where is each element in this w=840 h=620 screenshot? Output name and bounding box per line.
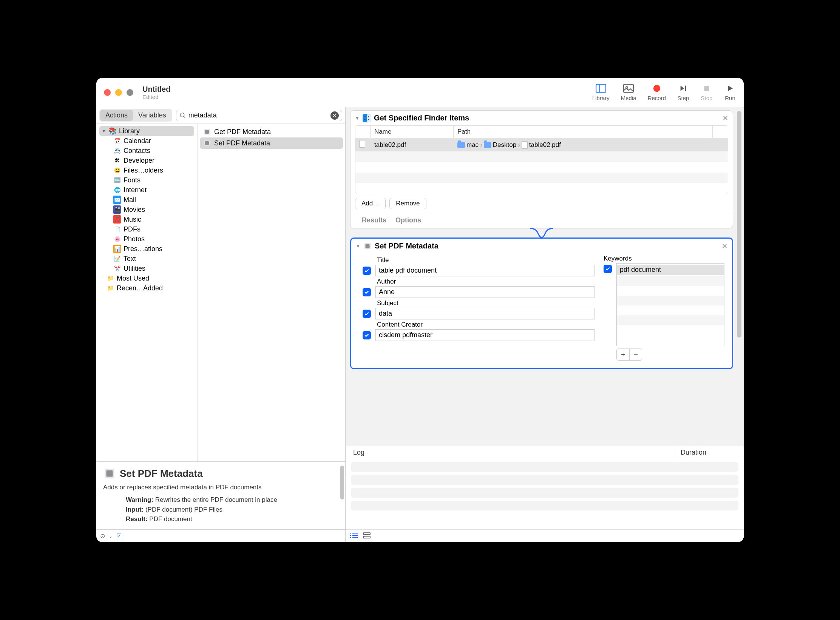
toolbar-record-button[interactable]: Record — [648, 83, 666, 101]
keywords-list[interactable]: pdf document — [616, 263, 724, 346]
keyword-remove-button[interactable]: − — [629, 349, 642, 361]
library-item-contacts[interactable]: 📇Contacts — [111, 146, 194, 156]
library-item-fonts[interactable]: 🔤Fonts — [111, 175, 194, 185]
title-input[interactable] — [375, 265, 594, 276]
library-root-label: Library — [119, 127, 140, 135]
log-area: Log Duration — [346, 446, 744, 542]
author-checkbox[interactable] — [363, 288, 371, 296]
minimize-window-button[interactable] — [115, 89, 122, 96]
disclosure-triangle-icon[interactable]: ▼ — [355, 116, 360, 121]
disclosure-triangle-icon[interactable]: ▼ — [102, 128, 106, 134]
library-item-pdfs[interactable]: 📄PDFs — [111, 224, 194, 234]
table-row[interactable]: table02.pdf mac› Desktop› table02.pdf — [355, 138, 728, 151]
subject-label: Subject — [377, 299, 594, 307]
description-summary: Adds or replaces specified metadata in P… — [103, 484, 338, 491]
zoom-window-button[interactable] — [127, 89, 133, 96]
category-icon: 📝 — [113, 254, 121, 263]
title-checkbox[interactable] — [363, 267, 371, 275]
svg-point-17 — [364, 116, 366, 117]
col-path[interactable]: Path — [454, 126, 713, 138]
tab-actions[interactable]: Actions — [100, 110, 133, 121]
search-clear-button[interactable]: ✕ — [330, 111, 339, 120]
category-icon: 📊 — [113, 245, 121, 253]
record-icon — [651, 83, 663, 93]
log-card-view-icon[interactable] — [363, 532, 371, 540]
library-tree[interactable]: ▼ 📚 Library 📅Calendar📇Contacts🛠Developer… — [96, 124, 198, 461]
library-item-utilities[interactable]: ✂️Utilities — [111, 264, 194, 273]
log-col-log[interactable]: Log — [353, 449, 676, 457]
category-icon: 📄 — [113, 225, 121, 233]
workflow-area[interactable]: ▼ Get Specified Finder Items ✕ Name Path — [346, 107, 744, 446]
keyword-item[interactable]: pdf document — [617, 265, 724, 275]
library-item-developer[interactable]: 🛠Developer — [111, 156, 194, 165]
log-toolbar — [346, 529, 744, 542]
description-title-row: Set PDF Metadata — [103, 467, 338, 480]
options-tab[interactable]: Options — [395, 216, 421, 224]
left-panel: Actions Variables ✕ ▼ 📚 Library — [96, 107, 346, 542]
metadata-right: Keywords pdf document + — [604, 255, 724, 361]
toolbar-step-button[interactable]: Step — [677, 83, 689, 101]
author-input[interactable] — [375, 286, 594, 298]
media-icon — [622, 83, 635, 93]
library-extra-recenadded[interactable]: 📁Recen…Added — [104, 283, 194, 293]
toolbar-stop-button[interactable]: Stop — [701, 83, 713, 101]
col-name[interactable]: Name — [371, 126, 454, 138]
keyword-add-button[interactable]: + — [616, 349, 629, 361]
pdf-action-icon — [203, 139, 211, 147]
library-item-presations[interactable]: 📊Pres…ations — [111, 244, 194, 254]
add-button[interactable]: Add… — [355, 198, 386, 209]
library-item-music[interactable]: 🎵Music — [111, 214, 194, 224]
library-item-filesolders[interactable]: 😀Files…olders — [111, 165, 194, 175]
library-root[interactable]: ▼ 📚 Library — [99, 126, 194, 136]
category-icon: 😀 — [113, 166, 121, 174]
action-close-button[interactable]: ✕ — [723, 114, 728, 122]
description-scrollbar[interactable] — [340, 466, 344, 500]
results-tab[interactable]: Results — [362, 216, 386, 224]
action-get-specified-finder-items[interactable]: ▼ Get Specified Finder Items ✕ Name Path — [350, 110, 733, 228]
search-input[interactable] — [188, 111, 330, 119]
close-window-button[interactable] — [104, 89, 111, 96]
library-item-movies[interactable]: 🎬Movies — [111, 205, 194, 214]
action-set-pdf-metadata[interactable]: ▼ Set PDF Metadata ✕ Title Author — [350, 238, 733, 369]
category-icon: 🛠 — [113, 156, 121, 165]
tab-variables[interactable]: Variables — [133, 110, 171, 121]
svg-rect-14 — [107, 470, 113, 477]
workflow-scrollbar[interactable] — [737, 111, 741, 338]
toolbar-media-button[interactable]: Media — [621, 83, 636, 101]
keywords-checkbox[interactable] — [604, 265, 612, 273]
remove-button[interactable]: Remove — [389, 198, 426, 209]
description-warning: Warning: Rewrites the entire PDF documen… — [126, 495, 338, 505]
library-item-mail[interactable]: ✉️Mail — [111, 195, 194, 205]
library-stack-icon: 📚 — [108, 127, 117, 135]
creator-checkbox[interactable] — [363, 331, 371, 339]
automator-window: Untitled Edited Library Media Record Ste… — [96, 78, 744, 542]
creator-input[interactable] — [375, 329, 594, 341]
library-item-internet[interactable]: 🌐Internet — [111, 185, 194, 195]
action-list-item[interactable]: Set PDF Metadata — [200, 137, 343, 149]
svg-rect-6 — [704, 86, 709, 91]
folder-icon — [484, 142, 491, 148]
action-list[interactable]: Get PDF MetadataSet PDF Metadata — [198, 124, 345, 461]
log-list-view-icon[interactable] — [350, 532, 358, 540]
search-field[interactable]: ✕ — [176, 110, 342, 121]
subject-checkbox[interactable] — [363, 310, 371, 318]
finder-icon — [363, 114, 371, 122]
subject-input[interactable] — [375, 308, 594, 319]
library-item-text[interactable]: 📝Text — [111, 254, 194, 264]
action-close-button[interactable]: ✕ — [722, 242, 727, 250]
library-item-photos[interactable]: 🌸Photos — [111, 234, 194, 244]
status-dots-icon[interactable]: ⊙ — [100, 532, 105, 540]
status-caret-icon[interactable]: ⌄ — [109, 534, 113, 539]
log-col-duration[interactable]: Duration — [676, 449, 736, 457]
toolbar-run-button[interactable]: Run — [724, 83, 736, 101]
step-icon — [677, 83, 689, 93]
library-extra-mostused[interactable]: 📁Most Used — [104, 273, 194, 283]
action-list-item[interactable]: Get PDF Metadata — [200, 126, 343, 137]
disclosure-triangle-icon[interactable]: ▼ — [356, 244, 360, 249]
toolbar-library-button[interactable]: Library — [592, 83, 610, 101]
library-item-calendar[interactable]: 📅Calendar — [111, 136, 194, 146]
description-result: Result: PDF document — [126, 514, 338, 524]
status-check-icon[interactable]: ☑ — [116, 532, 122, 540]
library-icon — [595, 83, 607, 93]
document-icon — [359, 140, 365, 148]
